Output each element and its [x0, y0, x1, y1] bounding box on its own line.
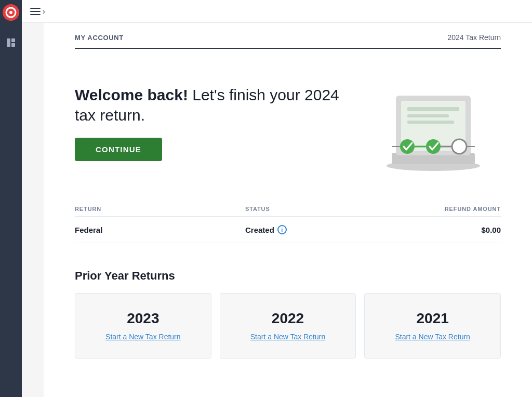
prior-year-section: Prior Year Returns 2023 Start a New Tax …	[75, 269, 501, 359]
page-header: MY ACCOUNT 2024 Tax Return	[75, 23, 501, 49]
welcome-bold: Welcome back!	[75, 86, 188, 103]
table-header: RETURN STATUS REFUND AMOUNT	[75, 202, 501, 217]
col-header-refund: REFUND AMOUNT	[416, 206, 501, 212]
svg-rect-2	[7, 38, 10, 47]
refund-amount-cell: $0.00	[416, 226, 501, 234]
svg-rect-3	[11, 38, 15, 42]
svg-rect-9	[407, 107, 459, 111]
info-icon[interactable]: i	[277, 225, 287, 234]
main-content: MY ACCOUNT 2024 Tax Return Welcome back!…	[44, 23, 532, 397]
start-return-2023-link[interactable]: Start a New Tax Return	[105, 333, 180, 341]
tax-return-label: 2024 Tax Return	[448, 33, 501, 42]
svg-point-1	[9, 11, 12, 14]
table-row: Federal Created i $0.00	[75, 217, 501, 243]
year-card-2021[interactable]: 2021 Start a New Tax Return	[364, 293, 501, 359]
hamburger-lines-icon	[30, 8, 41, 15]
status-cell: Created i	[245, 225, 416, 234]
menu-button[interactable]: ›	[30, 7, 45, 16]
year-card-2023[interactable]: 2023 Start a New Tax Return	[75, 293, 211, 359]
continue-button[interactable]: CONTINUE	[75, 138, 162, 161]
start-return-2021-link[interactable]: Start a New Tax Return	[395, 333, 470, 341]
svg-point-13	[400, 139, 415, 154]
app-logo[interactable]	[3, 4, 19, 21]
welcome-heading: Welcome back! Let's finish your 2024 tax…	[75, 85, 350, 125]
sidebar-panel-icon[interactable]	[6, 37, 16, 50]
svg-point-15	[426, 139, 441, 154]
sidebar	[0, 0, 22, 397]
start-return-2022-link[interactable]: Start a New Tax Return	[250, 333, 325, 341]
col-header-status: STATUS	[245, 206, 416, 212]
svg-rect-11	[407, 121, 454, 124]
year-cards-grid: 2023 Start a New Tax Return 2022 Start a…	[75, 293, 501, 359]
year-2021: 2021	[375, 310, 490, 327]
welcome-section: Welcome back! Let's finish your 2024 tax…	[75, 64, 501, 181]
svg-point-17	[452, 139, 467, 154]
returns-table: RETURN STATUS REFUND AMOUNT Federal Crea…	[75, 202, 501, 243]
topbar: ›	[22, 0, 532, 23]
laptop-illustration	[366, 64, 501, 181]
chevron-right-icon: ›	[43, 7, 45, 16]
svg-rect-10	[407, 114, 449, 117]
prior-year-title: Prior Year Returns	[75, 269, 501, 283]
svg-rect-4	[11, 43, 15, 47]
year-2023: 2023	[86, 310, 201, 327]
col-header-return: RETURN	[75, 206, 245, 212]
year-2022: 2022	[231, 310, 345, 327]
status-text: Created	[245, 226, 274, 234]
welcome-text-area: Welcome back! Let's finish your 2024 tax…	[75, 85, 350, 161]
my-account-label: MY ACCOUNT	[75, 34, 124, 42]
year-card-2022[interactable]: 2022 Start a New Tax Return	[220, 293, 356, 359]
return-name-cell: Federal	[75, 226, 245, 234]
